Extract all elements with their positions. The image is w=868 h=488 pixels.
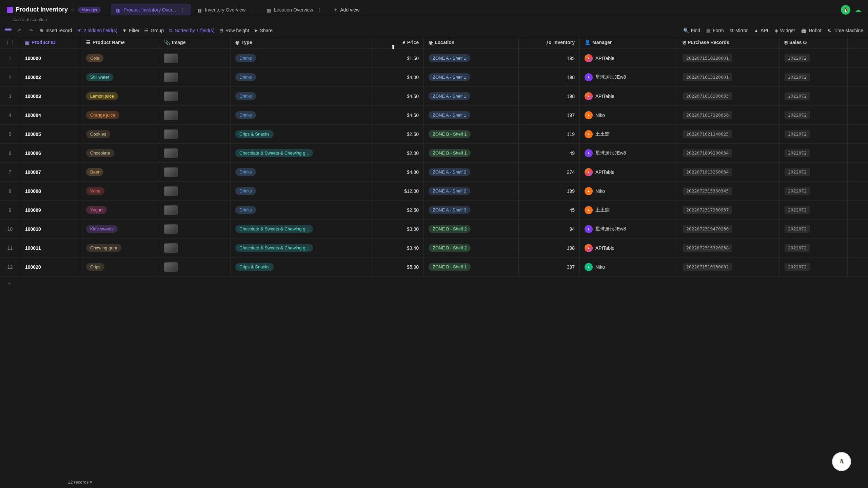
cell-location[interactable]: ZONE A - Shelf 1 <box>424 106 519 124</box>
cell-image[interactable] <box>159 144 231 162</box>
cell-purchase[interactable]: 2022071809200034 <box>678 144 780 162</box>
cell-price[interactable]: $2.50 <box>373 125 424 143</box>
sync-icon[interactable]: ☁ <box>854 6 861 14</box>
hidden-fields-button[interactable]: 👁2 hidden field(s) <box>77 28 118 33</box>
cell-product-name[interactable]: Still water <box>81 68 159 86</box>
cell-image[interactable] <box>159 182 231 200</box>
cell-price[interactable]: $1.50 <box>373 49 424 67</box>
cell-inventory[interactable]: 198 <box>519 87 580 105</box>
row-height-button[interactable]: ⊟Row height <box>219 28 249 33</box>
cell-manager[interactable]: ▲Niko <box>580 258 678 276</box>
cell-inventory[interactable]: 198 <box>519 239 580 257</box>
tab-1[interactable]: ▦Inventory Overview⋮ <box>193 4 260 15</box>
col-product-name[interactable]: ☰Product Name <box>81 36 159 48</box>
cell-purchase[interactable]: 2022071913250034 <box>678 163 780 181</box>
cell-location[interactable]: ZONE A - Shelf 2 <box>424 182 519 200</box>
thumbnail[interactable] <box>164 186 178 196</box>
cell-image[interactable] <box>159 239 231 257</box>
cell-product-id[interactable]: 100006 <box>20 144 81 162</box>
cell-type[interactable]: Drinks <box>231 201 373 219</box>
cell-sales[interactable]: 2022072 <box>780 220 848 238</box>
user-avatar[interactable]: 🐧 <box>841 5 850 15</box>
col-inventory[interactable]: ƒxInventory <box>519 36 580 48</box>
cell-sales[interactable]: 2022072 <box>780 182 848 200</box>
col-location[interactable]: ◉Location <box>424 36 519 48</box>
col-price[interactable]: ¥Price <box>373 36 424 48</box>
cell-product-id[interactable]: 100005 <box>20 125 81 143</box>
cell-product-name[interactable]: Chewing gum <box>81 239 159 257</box>
cell-inventory[interactable]: 45 <box>519 201 580 219</box>
cell-product-id[interactable]: 100008 <box>20 182 81 200</box>
cell-product-name[interactable]: Crips <box>81 258 159 276</box>
cell-price[interactable]: $12.00 <box>373 182 424 200</box>
col-type[interactable]: ◉Type <box>231 36 373 48</box>
cell-manager[interactable]: ▲APITable <box>580 87 678 105</box>
cell-product-name[interactable]: Chocolate <box>81 144 159 162</box>
cell-type[interactable]: Drinks <box>231 106 373 124</box>
cell-purchase[interactable]: 2022072315360345 <box>678 182 780 200</box>
cell-product-id[interactable]: 100003 <box>20 87 81 105</box>
cell-product-name[interactable]: Yogurt <box>81 201 159 219</box>
cell-purchase[interactable]: 2022071510120001 <box>678 49 780 67</box>
table-row[interactable]: 3 100003 Lemon juice Drinks $4.50 ZONE A… <box>0 87 868 106</box>
cell-inventory[interactable]: 119 <box>519 125 580 143</box>
cell-location[interactable]: ZONE B - Shelf 1 <box>424 125 519 143</box>
cell-product-name[interactable]: Wine <box>81 182 159 200</box>
cell-product-name[interactable]: Kids sweets <box>81 220 159 238</box>
cell-product-name[interactable]: Orange juice <box>81 106 159 124</box>
cell-image[interactable] <box>159 201 231 219</box>
cell-sales[interactable]: 2022072 <box>780 258 848 276</box>
insert-record-button[interactable]: ⊕Insert record <box>39 28 72 33</box>
select-all-checkbox[interactable] <box>7 40 13 45</box>
table-row[interactable]: 7 100007 Beer Drinks $4.80 ZONE A - Shel… <box>0 163 868 182</box>
cell-manager[interactable]: ▲星球居民JEw8 <box>580 144 678 162</box>
cell-manager[interactable]: ▲APITable <box>580 163 678 181</box>
cell-location[interactable]: ZONE A - Shelf 1 <box>424 87 519 105</box>
cell-manager[interactable]: ▲星球居民JEw8 <box>580 220 678 238</box>
cell-product-id[interactable]: 100009 <box>20 201 81 219</box>
table-row[interactable]: 6 100006 Chocolate Chocolate & Sweets & … <box>0 144 868 163</box>
undo-button[interactable]: ↶ <box>16 28 23 33</box>
thumbnail[interactable] <box>164 110 178 120</box>
cell-location[interactable]: ZONE B - Shelf 2 <box>424 239 519 257</box>
col-sales[interactable]: ⎘Sales O <box>780 36 848 48</box>
cell-sales[interactable]: 2022072 <box>780 49 848 67</box>
time-machine-button[interactable]: ↻Time Machine <box>828 28 863 33</box>
cell-purchase[interactable]: 2022072315320238 <box>678 239 780 257</box>
table-row[interactable]: 4 100004 Orange juice Drinks $4.50 ZONE … <box>0 106 868 125</box>
cell-inventory[interactable]: 94 <box>519 220 580 238</box>
cell-sales[interactable]: 2022072 <box>780 201 848 219</box>
cell-type[interactable]: Chocolate & Sweets & Chewing g... <box>231 220 373 238</box>
tab-2[interactable]: ▦Location Overview⋮ <box>262 4 328 15</box>
thumbnail[interactable] <box>164 148 178 158</box>
table-row[interactable]: 12 100020 Crips Crips & Snacks $5.00 ZON… <box>0 258 868 277</box>
tab-more-icon[interactable]: ⋮ <box>248 7 256 13</box>
tab-more-icon[interactable]: ⋮ <box>316 7 323 13</box>
cell-image[interactable] <box>159 68 231 86</box>
robot-button[interactable]: 🤖Robot <box>801 28 821 33</box>
cell-sales[interactable]: 2022072 <box>780 125 848 143</box>
cell-price[interactable]: $2.50 <box>373 201 424 219</box>
cell-purchase[interactable]: 2022071613120001 <box>678 68 780 86</box>
expand-sidebar-icon[interactable] <box>5 28 12 33</box>
thumbnail[interactable] <box>164 243 178 253</box>
add-view-button[interactable]: ＋Add view <box>329 4 363 16</box>
cell-price[interactable]: $5.00 <box>373 258 424 276</box>
cell-type[interactable]: Crips & Snacks <box>231 258 373 276</box>
sort-button[interactable]: ⇅Sorted by 1 field(s) <box>169 28 215 33</box>
cell-sales[interactable]: 2022072 <box>780 144 848 162</box>
cell-sales[interactable]: 2022072 <box>780 87 848 105</box>
star-icon[interactable]: ☆ <box>71 6 75 13</box>
cell-price[interactable]: $4.00 <box>373 68 424 86</box>
cell-sales[interactable]: 2022072 <box>780 163 848 181</box>
cell-location[interactable]: ZONE B - Shelf 1 <box>424 258 519 276</box>
cell-product-id[interactable]: 100002 <box>20 68 81 86</box>
cell-product-name[interactable]: Lemon juice <box>81 87 159 105</box>
cell-image[interactable] <box>159 258 231 276</box>
cell-product-id[interactable]: 100004 <box>20 106 81 124</box>
add-row-button[interactable]: ＋ <box>0 277 868 291</box>
cell-image[interactable] <box>159 163 231 181</box>
cell-image[interactable] <box>159 106 231 124</box>
cell-image[interactable] <box>159 49 231 67</box>
cell-manager[interactable]: ▲Niko <box>580 182 678 200</box>
